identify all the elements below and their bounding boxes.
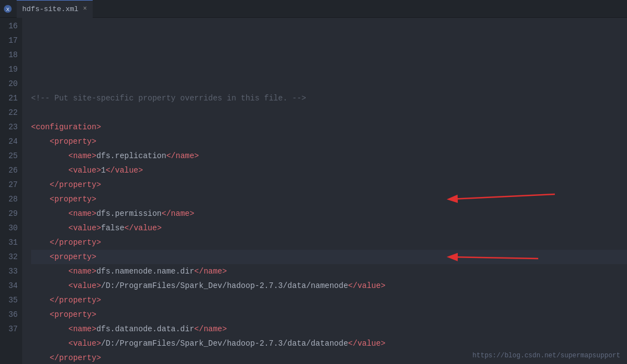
bracket-token: <	[50, 134, 54, 149]
tag-token: value	[73, 279, 97, 293]
text-token: dfs.permission	[97, 206, 162, 221]
svg-text:X: X	[6, 7, 9, 12]
tag-token: value	[134, 221, 157, 235]
bracket-token: </	[161, 206, 171, 221]
tab-close[interactable]: ×	[83, 5, 87, 13]
indent-token	[31, 192, 50, 206]
bracket-token: >	[92, 192, 96, 206]
line-number: 28	[0, 192, 18, 206]
tag-token: value	[73, 336, 97, 351]
indent-token	[31, 221, 68, 235]
bracket-token: >	[92, 206, 96, 221]
bracket-token: <	[68, 149, 73, 163]
line-number: 17	[0, 33, 18, 48]
bracket-token: >	[381, 279, 385, 293]
bracket-token: >	[97, 178, 101, 192]
bracket-token: </	[194, 264, 204, 279]
code-line: <property>	[31, 192, 627, 206]
indent-token	[31, 279, 68, 293]
code-line: <!-- Put site-specific property override…	[31, 91, 627, 105]
line-number: 37	[0, 322, 18, 336]
code-line	[31, 77, 627, 91]
line-number: 29	[0, 206, 18, 221]
tag-token: value	[73, 163, 97, 178]
bracket-token: <	[68, 279, 73, 293]
bracket-token: </	[50, 351, 59, 364]
code-area[interactable]: <!-- Put site-specific property override…	[22, 18, 627, 364]
code-line: </property>	[31, 178, 627, 192]
text-token: dfs.replication	[97, 149, 166, 163]
line-number: 21	[0, 91, 18, 105]
bracket-token: <	[68, 206, 73, 221]
bracket-token: </	[50, 235, 59, 250]
code-line: </property>	[31, 293, 627, 307]
bracket-token: <	[68, 163, 73, 178]
bracket-token: <	[68, 264, 73, 279]
bracket-token: <	[68, 336, 73, 351]
bracket-token: >	[92, 149, 96, 163]
indent-token	[31, 336, 68, 351]
indent-token	[31, 307, 50, 322]
line-number: 25	[0, 149, 18, 163]
code-line: <property>	[31, 250, 627, 264]
indent-token	[31, 322, 68, 336]
code-line: <name>dfs.permission</name>	[31, 206, 627, 221]
line-number: 23	[0, 120, 18, 134]
bracket-token: </	[194, 322, 204, 336]
bracket-token: >	[223, 322, 227, 336]
bracket-token: <	[31, 120, 36, 134]
indent-token	[31, 264, 68, 279]
line-number: 26	[0, 163, 18, 178]
line-number: 34	[0, 279, 18, 293]
bracket-token: >	[97, 120, 101, 134]
bracket-token: <	[68, 221, 73, 235]
tab-filename: hdfs-site.xml	[22, 5, 78, 13]
text-token: 1	[101, 163, 105, 178]
bracket-token: <	[50, 192, 54, 206]
line-number: 24	[0, 134, 18, 149]
code-line: </property>	[31, 235, 627, 250]
bracket-token: >	[92, 250, 96, 264]
indent-token	[31, 134, 50, 149]
watermark: https://blog.csdn.net/supermapsupport	[473, 352, 620, 360]
text-token: /D:/ProgramFiles/Spark_Dev/hadoop-2.7.3/…	[101, 336, 348, 351]
comment-token: <!-- Put site-specific property override…	[31, 91, 306, 105]
line-number: 36	[0, 307, 18, 322]
bracket-token: >	[97, 279, 101, 293]
tag-token: name	[204, 322, 223, 336]
line-number: 16	[0, 19, 18, 33]
bracket-token: </	[348, 279, 357, 293]
line-number: 30	[0, 221, 18, 235]
bracket-token: <	[68, 322, 73, 336]
bracket-token: </	[50, 178, 59, 192]
code-line: <property>	[31, 307, 627, 322]
tag-token: value	[73, 221, 97, 235]
indent-token	[31, 206, 68, 221]
text-token: dfs.datanode.data.dir	[97, 322, 194, 336]
tag-token: value	[115, 163, 138, 178]
code-line: <value>false</value>	[31, 221, 627, 235]
tag-token: configuration	[36, 120, 96, 134]
tab[interactable]: hdfs-site.xml ×	[17, 0, 93, 18]
line-number: 22	[0, 105, 18, 120]
bracket-token: <	[50, 307, 54, 322]
line-number: 19	[0, 62, 18, 77]
text-token: dfs.namenode.name.dir	[97, 264, 194, 279]
bracket-token: <	[50, 250, 54, 264]
line-number: 20	[0, 77, 18, 91]
code-line: <value>/D:/ProgramFiles/Spark_Dev/hadoop…	[31, 336, 627, 351]
tag-token: property	[59, 293, 96, 307]
code-line: <property>	[31, 134, 627, 149]
editor: 1617181920212223242526272829303132333435…	[0, 18, 627, 364]
tag-token: property	[59, 178, 96, 192]
bracket-token: >	[97, 336, 101, 351]
tag-token: name	[204, 264, 223, 279]
line-number: 27	[0, 178, 18, 192]
tag-token: property	[59, 235, 96, 250]
line-number: 18	[0, 48, 18, 62]
code-line: <name>dfs.replication</name>	[31, 149, 627, 163]
bracket-token: >	[223, 264, 227, 279]
tag-token: property	[54, 307, 92, 322]
bracket-token: >	[97, 235, 101, 250]
tag-token: property	[54, 192, 92, 206]
